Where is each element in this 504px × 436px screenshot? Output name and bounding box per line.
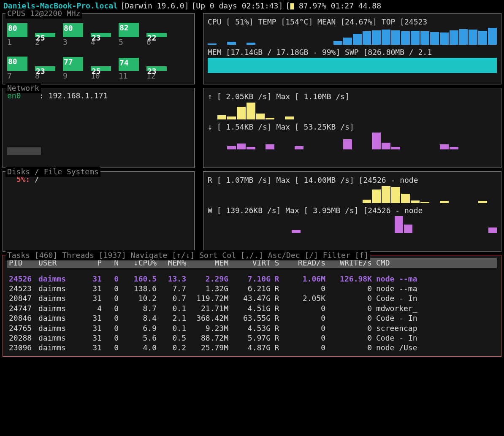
cpu-core: 252 <box>35 19 55 47</box>
cpu-core: 7411 <box>119 53 139 81</box>
task-row[interactable]: 20288 daimms 31 0 5.6 0.5 88.72M 5.97G R… <box>7 333 497 343</box>
cpu-core: 825 <box>119 19 139 47</box>
cpu-core: 807 <box>7 53 27 81</box>
task-row[interactable]: 23096 daimms 31 0 4.0 0.2 25.79M 4.87G R… <box>7 343 497 352</box>
disks-panel: Disks / File Systems 5%: / <box>3 171 195 252</box>
disk-read-line: R [ 1.07MB /s] Max [ 14.00MB /s] [24526 … <box>208 175 497 185</box>
task-row[interactable]: 24526 daimms 31 0 160.5 13.3 2.29G 7.10G… <box>7 274 497 284</box>
task-row[interactable]: 24747 daimms 4 0 8.7 0.1 21.71M 4.51G R … <box>7 303 497 313</box>
net-up-spark <box>208 103 497 119</box>
task-row[interactable]: 20847 daimms 31 0 10.2 0.7 119.72M 43.47… <box>7 293 497 303</box>
disk-read-spark <box>208 186 497 203</box>
cpu-spark <box>208 28 497 45</box>
battery: [ 87.97% 01:27 44.88 <box>285 1 381 11</box>
mem-stat-line: MEM [17.14GB / 17.18GB - 99%] SWP [826.8… <box>208 47 497 57</box>
network-panel: Network en0 : 192.168.1.171 <box>3 88 195 168</box>
disk-write-line: W [ 139.26KB /s] Max [ 3.95MB /s] [24526… <box>208 206 497 215</box>
uptime: [Up 0 days 02:51:43] <box>192 1 283 11</box>
task-row[interactable]: 20846 daimms 31 0 8.4 2.1 368.42M 63.55G… <box>7 313 497 323</box>
panel-title: Network <box>5 83 41 93</box>
battery-icon <box>290 3 294 10</box>
cpu-stat-line: CPU [ 51%] TEMP [154°C] MEAN [24.67%] TO… <box>208 17 497 27</box>
panel-title: Disks / File Systems <box>5 167 100 176</box>
disk-stats-panel: R [ 1.07MB /s] Max [ 14.00MB /s] [24526 … <box>203 171 501 252</box>
mem-spark <box>208 58 497 73</box>
disk-write-spark <box>208 216 497 233</box>
net-down-line: ↓ [ 1.54KB /s] Max [ 53.25KB /s] <box>208 122 497 132</box>
cpu-core: 234 <box>91 19 111 47</box>
cpu-core: 226 <box>146 19 167 47</box>
col-cmd[interactable]: CMD <box>372 258 495 268</box>
tasks-title: Tasks [460] Threads [1937] Navigate [↑/↓… <box>5 250 370 260</box>
cpu-cores-panel: CPUS 12@2200 MHz 80125280323482522680723… <box>3 13 195 84</box>
network-stats-panel: ↑ [ 2.05KB /s] Max [ 1.10MB /s] ↓ [ 1.54… <box>203 88 501 168</box>
net-up-line: ↑ [ 2.05KB /s] Max [ 1.10MB /s] <box>208 92 497 101</box>
selection-highlight <box>7 147 41 155</box>
cpu-core: 2312 <box>146 53 167 81</box>
cpu-stats-panel: CPU [ 51%] TEMP [154°C] MEAN [24.67%] TO… <box>203 13 501 84</box>
net-down-spark <box>208 133 497 149</box>
task-row[interactable]: 24523 daimms 31 0 138.6 7.7 1.32G 6.21G … <box>7 284 497 293</box>
cpu-core: 801 <box>7 19 27 47</box>
panel-title: CPUS 12@2200 MHz <box>5 8 82 18</box>
cpu-core: 238 <box>35 53 55 81</box>
os-info: [Darwin 19.6.0] <box>120 1 189 11</box>
cpu-core: 2510 <box>91 53 111 81</box>
task-row[interactable]: 24765 daimms 31 0 6.9 0.1 9.23M 4.53G R … <box>7 323 497 333</box>
cpu-core: 779 <box>63 53 83 81</box>
cpu-core: 803 <box>63 19 83 47</box>
tasks-panel[interactable]: Tasks [460] Threads [1937] Navigate [↑/↓… <box>3 255 501 357</box>
